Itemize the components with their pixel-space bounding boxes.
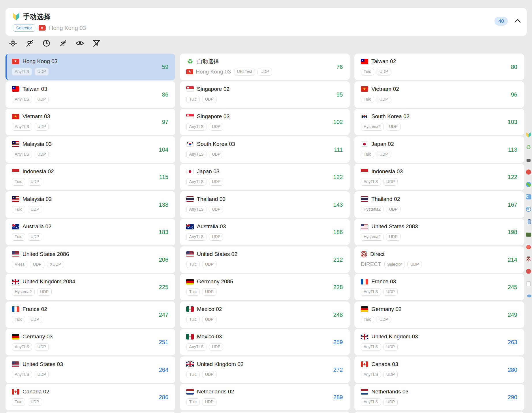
proxy-card[interactable]: Singapore 02TuicUDP95 [180, 81, 350, 108]
proxy-card[interactable]: Mexico 03AnyTLSUDP259 [180, 329, 350, 355]
latency-value[interactable]: 186 [333, 229, 343, 235]
latency-value[interactable]: 95 [337, 91, 343, 98]
latency-value[interactable]: 225 [159, 284, 168, 291]
proxy-card[interactable]: Indonesia 02TuicUDP115 [5, 164, 175, 190]
proxy-card[interactable]: United Kingdom 2084Hysteria2UDP225 [5, 274, 175, 300]
latency-value[interactable]: 198 [508, 229, 517, 235]
proxy-card[interactable]: Vietnam 03AnyTLSUDP97 [5, 109, 175, 135]
globe-icon[interactable] [526, 182, 531, 187]
proxy-card[interactable]: United States 03AnyTLSUDP264 [5, 357, 175, 383]
latency-value[interactable]: 143 [333, 201, 343, 208]
proxy-card[interactable]: DirectDIRECTSelectorUDP214 [354, 246, 524, 273]
latency-value[interactable]: 104 [159, 146, 168, 153]
proxy-card[interactable]: Germany 02TuicUDP249 [354, 301, 524, 328]
proxy-card[interactable]: Netherlands 03AnyTLSUDP290 [354, 384, 524, 410]
no-entry-icon[interactable] [526, 169, 531, 175]
eye-icon[interactable] [75, 38, 85, 48]
latency-value[interactable]: 138 [159, 201, 168, 208]
proxy-card[interactable]: Mexico 02TuicUDP248 [180, 301, 350, 328]
latency-value[interactable]: 272 [333, 366, 343, 373]
latency-value[interactable]: 86 [162, 91, 168, 98]
latency-value[interactable]: 245 [508, 284, 517, 291]
latency-value[interactable]: 251 [159, 339, 168, 346]
proxy-card[interactable]: Hong Kong 03AnyTLSUDP59 [5, 54, 175, 80]
proxy-card[interactable] [354, 412, 524, 413]
latency-value[interactable]: 212 [333, 256, 343, 263]
latency-value[interactable]: 113 [508, 146, 517, 153]
latency-value[interactable]: 115 [159, 174, 168, 180]
proxy-card[interactable]: United States 2086VlessUDPXUDP206 [5, 246, 175, 273]
latency-value[interactable]: 214 [508, 256, 517, 263]
latency-value[interactable]: 259 [333, 339, 343, 346]
clapperboard-icon[interactable] [526, 231, 531, 237]
proxy-card[interactable]: Vietnam 02TuicUDP96 [354, 81, 524, 108]
latency-value[interactable]: 249 [508, 311, 517, 318]
proxy-card[interactable]: Australia 03AnyTLSUDP186 [180, 219, 350, 245]
filter-icon[interactable] [92, 38, 101, 48]
latency-value[interactable]: 96 [511, 91, 517, 98]
proxy-card[interactable]: Singapore 03AnyTLSUDP102 [180, 109, 350, 135]
latency-value[interactable]: 167 [508, 201, 517, 208]
latency-value[interactable]: 206 [159, 256, 168, 263]
recycle-icon[interactable] [526, 144, 531, 150]
latency-value[interactable]: 286 [159, 394, 168, 401]
latency-value[interactable]: 122 [333, 174, 343, 180]
connection-off-icon[interactable] [58, 38, 68, 48]
latency-value[interactable]: 80 [511, 64, 517, 70]
proxy-card[interactable]: South Korea 02Hysteria2UDP103 [354, 109, 524, 135]
phone-arrow-icon[interactable] [526, 219, 531, 225]
speedtest-icon[interactable] [25, 38, 35, 48]
proxy-card[interactable]: Taiwan 02TuicUDP80 [354, 54, 524, 80]
target-icon[interactable] [526, 256, 531, 262]
proxy-card[interactable]: United Kingdom 02TuicUDP272 [180, 357, 350, 383]
latency-value[interactable]: 183 [159, 229, 168, 235]
proxy-card[interactable]: Canada 03AnyTLSUDP280 [354, 357, 524, 383]
proxy-card[interactable]: Indonesia 03AnyTLSUDP122 [354, 164, 524, 190]
proxy-card[interactable]: United States 02TuicUDP212 [180, 246, 350, 273]
proxy-card[interactable]: South Korea 03AnyTLSUDP111 [180, 136, 350, 163]
proxy-card[interactable]: Japan 02TuicUDP113 [354, 136, 524, 163]
movie-camera-icon[interactable] [526, 157, 531, 163]
latency-value[interactable]: 290 [508, 394, 517, 401]
proxy-card[interactable] [180, 412, 350, 413]
latency-value[interactable]: 248 [333, 311, 343, 318]
latency-value[interactable]: 228 [333, 284, 343, 291]
latency-value[interactable]: 103 [508, 119, 517, 125]
memo-icon[interactable] [526, 281, 531, 286]
proxy-card[interactable]: Taiwan 03AnyTLSUDP86 [5, 81, 175, 108]
latency-value[interactable]: 111 [334, 146, 343, 153]
proxy-card[interactable]: Japan 03AnyTLSUDP122 [180, 164, 350, 190]
proxy-card[interactable]: Canada 02TuicUDP286 [5, 384, 175, 410]
locate-icon[interactable] [8, 38, 18, 48]
proxy-card[interactable]: Netherlands 02TuicUDP289 [180, 384, 350, 410]
stop-sign-icon[interactable] [526, 268, 531, 274]
proxy-card[interactable] [5, 412, 175, 413]
proxy-card[interactable]: 自动选择Hong Kong 03URLTestUDP76 [180, 54, 350, 80]
latency-value[interactable]: 122 [508, 174, 517, 180]
latency-value[interactable]: 289 [333, 394, 343, 401]
latency-value[interactable]: 264 [159, 366, 168, 373]
proxy-card[interactable]: France 02TuicUDP247 [5, 301, 175, 328]
latency-value[interactable]: 59 [162, 64, 168, 70]
apple-icon[interactable] [526, 244, 531, 249]
proxy-card[interactable]: Thailand 02Hysteria2UDP167 [354, 191, 524, 218]
latency-value[interactable]: 263 [508, 339, 517, 346]
proxy-card[interactable]: Malaysia 03AnyTLSUDP104 [5, 136, 175, 163]
proxy-card[interactable]: Australia 02TuicUDP183 [5, 219, 175, 245]
latency-test-icon[interactable] [42, 38, 51, 48]
proxy-card[interactable]: United States 2083Hysteria2UDP198 [354, 219, 524, 245]
proxy-card[interactable]: France 03AnyTLSUDP245 [354, 274, 524, 300]
proxy-card[interactable]: United Kingdom 03AnyTLSUDP263 [354, 329, 524, 355]
latency-value[interactable]: 76 [337, 64, 343, 70]
fish-icon[interactable] [526, 293, 531, 299]
m-circle-icon[interactable] [526, 206, 531, 212]
latency-value[interactable]: 280 [508, 366, 517, 373]
collapse-chevron-icon[interactable] [514, 19, 521, 25]
beginner-icon[interactable] [526, 132, 531, 138]
proxy-card[interactable]: Germany 03AnyTLSUDP251 [5, 329, 175, 355]
latency-value[interactable]: 97 [162, 119, 168, 125]
proxy-card[interactable]: Germany 2085TuicUDP228 [180, 274, 350, 300]
proxy-card[interactable]: Malaysia 02TuicUDP138 [5, 191, 175, 218]
proxy-card[interactable]: Thailand 03AnyTLSUDP143 [180, 191, 350, 218]
latency-value[interactable]: 247 [159, 311, 168, 318]
